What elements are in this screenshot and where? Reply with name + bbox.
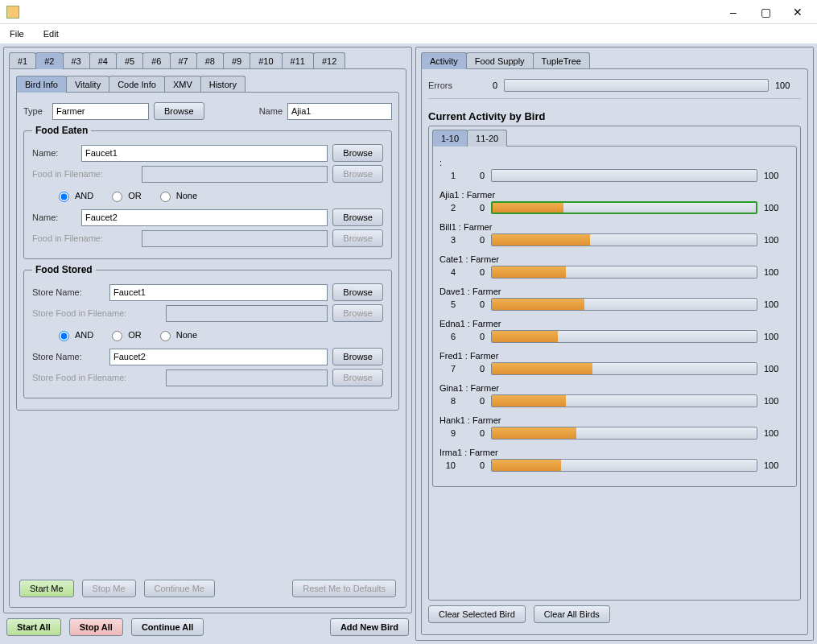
stored-name2-input[interactable]	[109, 349, 328, 365]
eaten-name1-input[interactable]	[81, 145, 328, 162]
stored-radio-none[interactable]: None	[156, 328, 197, 341]
eaten-name1-label: Name:	[32, 148, 76, 158]
tab-codeinfo[interactable]: Code Info	[109, 76, 165, 93]
bird-progressbar[interactable]	[491, 362, 757, 375]
stored-radio-or[interactable]: OR	[108, 328, 142, 341]
reset-me-button: Reset Me to Defaults	[292, 580, 396, 597]
tab-8[interactable]: #8	[196, 52, 224, 69]
tab-vitality[interactable]: Vitality	[66, 76, 109, 93]
stored-name1-input[interactable]	[109, 284, 328, 301]
activity-tabs: ActivityFood SupplyTupleTree	[421, 52, 808, 69]
eaten-radio-and[interactable]: AND	[55, 189, 93, 202]
bird-label: Edna1 : Farmer	[439, 319, 790, 328]
tab-birdinfo[interactable]: Bird Info	[16, 76, 67, 93]
bird-progressbar[interactable]	[491, 394, 757, 407]
bird-control-buttons: Start Me Stop Me Continue Me Reset Me to…	[16, 573, 399, 601]
tab-12[interactable]: #12	[313, 52, 345, 69]
bird-progress-row: 70100	[439, 362, 790, 375]
tab-1[interactable]: #1	[9, 52, 36, 69]
type-browse-button[interactable]: Browse	[154, 102, 204, 120]
add-new-bird-button[interactable]: Add New Bird	[330, 618, 409, 636]
bird-max: 100	[764, 428, 790, 438]
activity-buttons: Clear Selected Bird Clear All Birds	[428, 601, 801, 628]
tab-4[interactable]: #4	[89, 52, 117, 69]
tab-tupletree[interactable]: TupleTree	[533, 52, 590, 69]
maximize-button[interactable]: ▢	[749, 1, 782, 23]
bird-min: 0	[462, 171, 485, 180]
tab-5[interactable]: #5	[116, 52, 143, 69]
tab-6[interactable]: #6	[142, 52, 170, 69]
tab-9[interactable]: #9	[223, 52, 250, 69]
start-me-button[interactable]: Start Me	[19, 580, 74, 597]
menu-file[interactable]: File	[6, 27, 27, 40]
clear-all-birds-button[interactable]: Clear All Birds	[534, 605, 610, 623]
tab-2[interactable]: #2	[35, 52, 63, 69]
bird-index: 6	[439, 332, 456, 341]
bird-label: Bill1 : Farmer	[439, 222, 790, 232]
bird-label: Gina1 : Farmer	[439, 383, 790, 393]
stop-all-button[interactable]: Stop All	[69, 618, 123, 636]
name-input[interactable]	[287, 103, 392, 120]
stored-radio-and[interactable]: AND	[55, 328, 93, 341]
bird-progressbar[interactable]	[491, 266, 757, 279]
tab-10[interactable]: #10	[250, 52, 282, 69]
bird-progress-row: 100100	[439, 459, 790, 472]
bird-label: Ajia1 : Farmer	[439, 190, 790, 200]
eaten-file1-input	[142, 166, 328, 183]
bird-label: Irma1 : Farmer	[439, 448, 790, 457]
eaten-name2-input[interactable]	[81, 209, 328, 226]
minimize-button[interactable]: –	[717, 1, 749, 23]
bird-progressbar[interactable]	[491, 201, 757, 214]
eaten-radio-none[interactable]: None	[156, 189, 197, 202]
bird-index: 9	[439, 428, 456, 438]
tab-history[interactable]: History	[200, 76, 246, 93]
continue-all-button[interactable]: Continue All	[131, 618, 204, 636]
start-all-button[interactable]: Start All	[6, 618, 61, 636]
tab-foodsupply[interactable]: Food Supply	[466, 52, 534, 69]
stored-file1-browse-button: Browse	[332, 304, 383, 322]
bird-progressbar[interactable]	[491, 233, 757, 246]
eaten-browse1-button[interactable]: Browse	[332, 144, 383, 162]
bird-progressbar[interactable]	[491, 330, 757, 343]
tab-7[interactable]: #7	[170, 52, 197, 69]
bird-progressbar[interactable]	[491, 427, 757, 440]
bird-progress-row: 50100	[439, 298, 790, 311]
bird-progressbar[interactable]	[491, 169, 757, 182]
food-eaten-fieldset: Food Eaten Name: Browse Food in Filename…	[23, 125, 392, 259]
food-eaten-legend: Food Eaten	[32, 125, 91, 136]
bird-progress-row: 30100	[439, 233, 790, 246]
name-label: Name	[259, 106, 283, 116]
eaten-radio-or[interactable]: OR	[108, 189, 142, 202]
left-column: #1#2#3#4#5#6#7#8#9#10#11#12 Bird InfoVit…	[3, 47, 412, 641]
stored-file1-input	[166, 305, 328, 322]
eaten-browse2-button[interactable]: Browse	[332, 208, 383, 226]
menubar: File Edit	[0, 24, 817, 43]
bird-index: 4	[439, 267, 456, 277]
tab-11[interactable]: #11	[282, 52, 314, 69]
bird-progressbar[interactable]	[491, 459, 757, 472]
type-input[interactable]	[52, 103, 149, 120]
eaten-file2-input	[142, 230, 328, 247]
stored-browse1-button[interactable]: Browse	[332, 283, 383, 301]
bird-index: 2	[439, 203, 456, 213]
eaten-logic-radios: AND OR None	[32, 186, 383, 205]
bird-min: 0	[462, 396, 485, 406]
tab-activity[interactable]: Activity	[421, 52, 467, 69]
errors-progressbar	[504, 79, 769, 92]
tab-xmv[interactable]: XMV	[164, 76, 201, 93]
bird-progressbar[interactable]	[491, 298, 757, 311]
bird-progress-row: 90100	[439, 427, 790, 440]
bird-max: 100	[764, 203, 790, 213]
java-icon	[6, 6, 19, 19]
tab-1120[interactable]: 11-20	[467, 130, 507, 147]
bird-detail-tabs: Bird InfoVitalityCode InfoXMVHistory	[16, 76, 399, 93]
tab-3[interactable]: #3	[63, 52, 90, 69]
bird-max: 100	[764, 171, 790, 180]
stored-browse2-button[interactable]: Browse	[332, 348, 383, 365]
errors-label: Errors	[428, 80, 468, 90]
tab-110[interactable]: 1-10	[432, 130, 468, 147]
bird-list: : 10100Ajia1 : Farmer20100Bill1 : Farmer…	[432, 146, 797, 487]
clear-selected-button[interactable]: Clear Selected Bird	[428, 605, 526, 623]
menu-edit[interactable]: Edit	[40, 27, 62, 40]
close-button[interactable]: ✕	[782, 1, 814, 23]
